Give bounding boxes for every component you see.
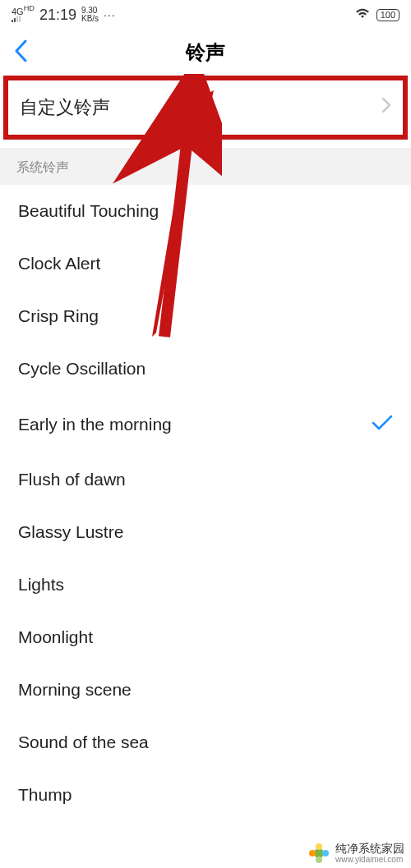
ringtone-item[interactable]: Cycle Oscillation: [0, 342, 411, 395]
ringtone-label: Morning scene: [18, 680, 132, 700]
ringtone-item[interactable]: Morning scene: [0, 664, 411, 716]
ringtone-label: Clock Alert: [18, 254, 100, 273]
nav-header: 铃声: [0, 30, 411, 76]
clock: 21:19: [39, 7, 76, 24]
svg-rect-0: [12, 20, 13, 22]
svg-rect-1: [14, 18, 16, 22]
wifi-icon: [355, 7, 370, 22]
ringtone-item[interactable]: Clock Alert: [0, 237, 411, 290]
chevron-right-icon: [381, 97, 391, 118]
network-speed: 9.30KB/s: [81, 7, 99, 23]
ringtone-label: Early in the morning: [18, 415, 172, 434]
custom-ringtone-label: 自定义铃声: [20, 95, 110, 120]
ringtone-item[interactable]: Sound of the sea: [0, 716, 411, 769]
svg-rect-2: [16, 16, 18, 22]
ringtone-label: Flush of dawn: [18, 470, 126, 489]
status-bar: 4GHD 21:19 9.30KB/s ··· 100: [0, 0, 411, 30]
ringtone-label: Glassy Lustre: [18, 522, 123, 542]
svg-point-7: [322, 850, 329, 857]
ringtone-label: Moonlight: [18, 627, 93, 647]
watermark-logo-icon: [307, 842, 330, 865]
svg-rect-3: [19, 16, 21, 22]
battery-indicator: 100: [376, 9, 399, 21]
status-right: 100: [355, 7, 399, 22]
ringtone-item[interactable]: Flush of dawn: [0, 453, 411, 506]
ringtone-item[interactable]: Thump: [0, 769, 411, 821]
svg-point-6: [309, 850, 316, 857]
watermark: 纯净系统家园 www.yidaimei.com: [301, 838, 411, 868]
ringtone-item[interactable]: Lights: [0, 558, 411, 611]
back-button[interactable]: [13, 39, 28, 67]
ringtone-item[interactable]: Glassy Lustre: [0, 506, 411, 558]
ringtone-label: Sound of the sea: [18, 733, 149, 752]
ringtone-label: Beautiful Touching: [18, 201, 159, 221]
ringtone-item[interactable]: Moonlight: [0, 611, 411, 664]
watermark-url: www.yidaimei.com: [335, 855, 404, 864]
ringtone-label: Crisp Ring: [18, 306, 99, 326]
svg-point-9: [316, 857, 322, 863]
ringtone-item[interactable]: Beautiful Touching: [0, 185, 411, 237]
ringtone-label: Thump: [18, 785, 72, 805]
more-icon: ···: [104, 8, 116, 21]
section-header-system: 系统铃声: [0, 148, 411, 185]
ringtone-item[interactable]: Crisp Ring: [0, 290, 411, 342]
ringtone-list: Beautiful Touching Clock Alert Crisp Rin…: [0, 185, 411, 821]
ringtone-label: Lights: [18, 575, 64, 595]
watermark-text: 纯净系统家园: [335, 843, 404, 855]
custom-ringtone-row[interactable]: 自定义铃声: [3, 76, 408, 140]
status-left: 4GHD 21:19 9.30KB/s ···: [12, 5, 116, 25]
page-title: 铃声: [186, 39, 225, 66]
ringtone-label: Cycle Oscillation: [18, 359, 145, 379]
network-indicator: 4GHD: [12, 5, 35, 25]
svg-point-8: [316, 843, 322, 850]
checkmark-icon: [372, 411, 393, 437]
ringtone-item[interactable]: Early in the morning: [0, 395, 411, 453]
